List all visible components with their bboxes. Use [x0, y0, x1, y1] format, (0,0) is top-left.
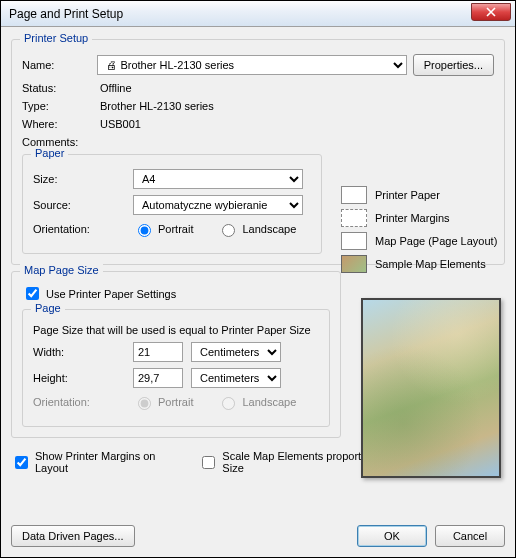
map-page-size-legend: Map Page Size [20, 264, 103, 276]
page-landscape-radio-input [222, 397, 235, 410]
page-print-setup-dialog: Page and Print Setup Printer Setup Name:… [0, 0, 516, 558]
where-value: USB001 [100, 118, 141, 130]
show-margins-label: Show Printer Margins on Layout [35, 450, 186, 474]
page-width-label: Width: [33, 346, 133, 358]
map-page-label: Map Page (Page Layout) [375, 235, 497, 247]
paper-orientation-label: Orientation: [33, 223, 133, 235]
data-driven-pages-button[interactable]: Data Driven Pages... [11, 525, 135, 547]
titlebar[interactable]: Page and Print Setup [1, 1, 515, 27]
use-printer-settings-label: Use Printer Paper Settings [46, 288, 176, 300]
paper-group: Paper Size: A4 Source: Automatyczne wybi… [22, 154, 322, 254]
paper-size-select[interactable]: A4 [133, 169, 303, 189]
button-bar: Data Driven Pages... OK Cancel [11, 525, 505, 547]
printer-name-select[interactable]: 🖨 Brother HL-2130 series [97, 55, 406, 75]
properties-button[interactable]: Properties... [413, 54, 494, 76]
printer-margins-swatch [341, 209, 367, 227]
page-legend: Page [31, 302, 65, 314]
page-group: Page Page Size that will be used is equa… [22, 309, 330, 427]
page-height-units[interactable]: Centimeters [191, 368, 281, 388]
legend-section: Printer Paper Printer Margins Map Page (… [341, 181, 501, 278]
map-page-size-group: Map Page Size Use Printer Paper Settings… [11, 271, 341, 438]
use-printer-settings-checkbox[interactable] [26, 287, 39, 300]
page-orientation-label: Orientation: [33, 396, 133, 408]
paper-legend: Paper [31, 147, 68, 159]
portrait-radio[interactable]: Portrait [133, 221, 193, 237]
page-portrait-radio-label: Portrait [158, 396, 193, 408]
status-value: Offline [100, 82, 132, 94]
scale-elements-checkbox[interactable] [202, 456, 215, 469]
show-margins-checkbox[interactable] [15, 456, 28, 469]
paper-source-label: Source: [33, 199, 133, 211]
landscape-radio-input[interactable] [222, 224, 235, 237]
paper-size-label: Size: [33, 173, 133, 185]
page-landscape-radio: Landscape [217, 394, 296, 410]
dialog-content: Printer Setup Name: 🖨 Brother HL-2130 se… [1, 27, 515, 494]
status-label: Status: [22, 82, 100, 94]
page-width-units[interactable]: Centimeters [191, 342, 281, 362]
map-preview [361, 298, 501, 478]
page-height-label: Height: [33, 372, 133, 384]
where-label: Where: [22, 118, 100, 130]
printer-paper-label: Printer Paper [375, 189, 440, 201]
page-width-input[interactable] [133, 342, 183, 362]
page-height-input[interactable] [133, 368, 183, 388]
window-title: Page and Print Setup [5, 7, 123, 21]
sample-map-label: Sample Map Elements [375, 258, 486, 270]
page-portrait-radio: Portrait [133, 394, 193, 410]
printer-setup-legend: Printer Setup [20, 32, 92, 44]
portrait-radio-label: Portrait [158, 223, 193, 235]
close-icon [486, 7, 496, 17]
cancel-button[interactable]: Cancel [435, 525, 505, 547]
type-label: Type: [22, 100, 100, 112]
printer-paper-swatch [341, 186, 367, 204]
type-value: Brother HL-2130 series [100, 100, 214, 112]
page-portrait-radio-input [138, 397, 151, 410]
page-hint: Page Size that will be used is equal to … [33, 324, 311, 336]
printer-margins-label: Printer Margins [375, 212, 450, 224]
page-landscape-radio-label: Landscape [242, 396, 296, 408]
name-label: Name: [22, 59, 97, 71]
map-page-swatch [341, 232, 367, 250]
paper-source-select[interactable]: Automatyczne wybieranie [133, 195, 303, 215]
portrait-radio-input[interactable] [138, 224, 151, 237]
close-button[interactable] [471, 3, 511, 21]
landscape-radio-label: Landscape [242, 223, 296, 235]
ok-button[interactable]: OK [357, 525, 427, 547]
sample-map-swatch [341, 255, 367, 273]
show-margins-checkbox-row[interactable]: Show Printer Margins on Layout [11, 450, 186, 474]
landscape-radio[interactable]: Landscape [217, 221, 296, 237]
